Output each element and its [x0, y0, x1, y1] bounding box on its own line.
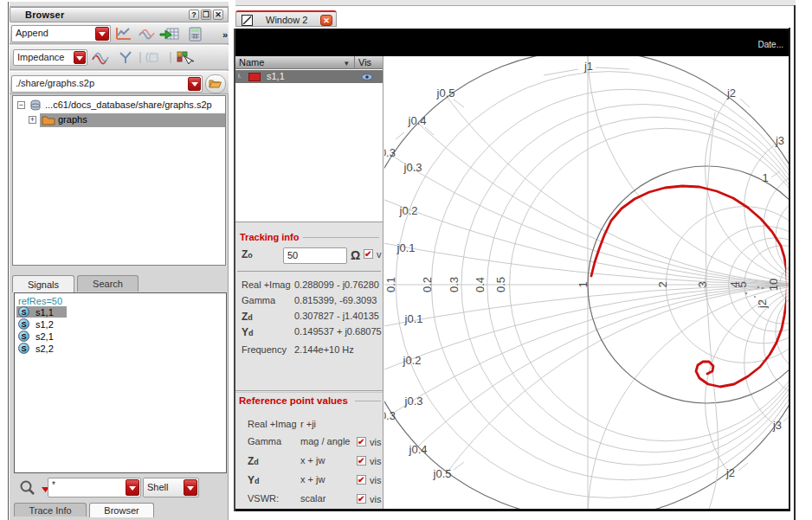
svg-text:2: 2	[656, 281, 669, 287]
svg-text:j3: j3	[772, 419, 782, 432]
svg-text:j0.3: j0.3	[403, 161, 422, 174]
svg-text:j0.4: j0.4	[409, 443, 428, 456]
svg-text:j3: j3	[775, 134, 784, 147]
svg-text:0.1: 0.1	[384, 277, 397, 292]
svg-text:j0.2: j0.2	[403, 354, 422, 367]
svg-text:0.3: 0.3	[448, 277, 461, 292]
svg-text:0.5: 0.5	[494, 277, 507, 292]
svg-text:j0.3: j0.3	[384, 146, 396, 159]
svg-text:1: 1	[762, 171, 768, 184]
svg-text:»: »	[222, 29, 228, 40]
svg-text:j2: j2	[725, 466, 735, 479]
svg-text:j0.4: j0.4	[408, 114, 427, 127]
svg-text:j0.2: j0.2	[399, 204, 418, 217]
svg-text:1: 1	[577, 281, 590, 287]
svg-text:10: 10	[767, 279, 780, 291]
svg-text:0.2: 0.2	[421, 277, 434, 292]
svg-text:j2: j2	[756, 299, 769, 309]
svg-text:0.4: 0.4	[474, 277, 487, 292]
svg-text:j0.3: j0.3	[384, 409, 396, 422]
svg-text:5: 5	[736, 281, 749, 287]
svg-text:j0.5: j0.5	[436, 87, 455, 100]
svg-text:j2: j2	[726, 87, 736, 100]
svg-text:j0.1: j0.1	[396, 241, 416, 254]
svg-text:j0.5: j0.5	[433, 467, 452, 480]
svg-text:j0.3: j0.3	[404, 395, 423, 408]
svg-text:j0.1: j0.1	[404, 312, 423, 325]
svg-text:j1: j1	[583, 60, 593, 73]
